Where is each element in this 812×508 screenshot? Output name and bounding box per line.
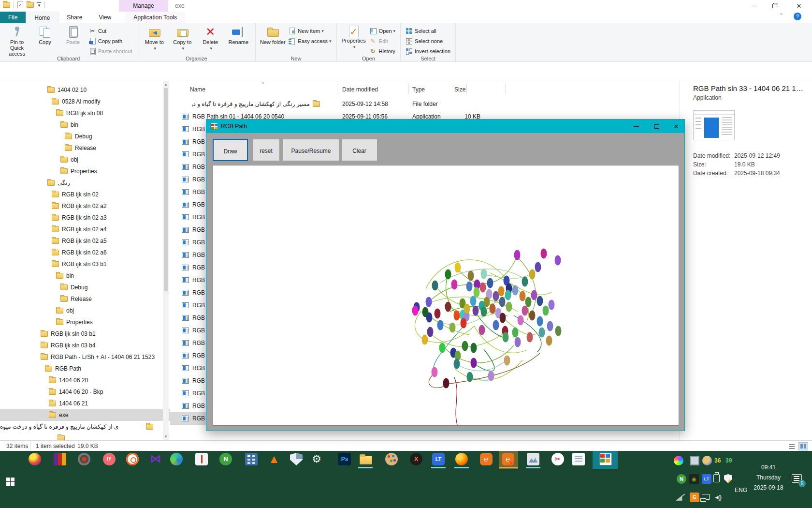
file-row-partially-hidden[interactable]: RGB Path sln bbox=[170, 173, 206, 186]
language-indicator[interactable]: ENG bbox=[735, 487, 747, 493]
tree-item-Debug[interactable]: Debug bbox=[0, 131, 170, 142]
calculator-icon[interactable] bbox=[245, 453, 258, 466]
scrollbar-thumb[interactable] bbox=[164, 88, 168, 291]
file-row-partially-hidden[interactable]: RGB Path sln bbox=[170, 236, 206, 249]
file-row-partially-hidden[interactable]: RGB Path sln bbox=[170, 249, 206, 261]
file-row-partially-hidden[interactable]: RGB Path sln bbox=[170, 349, 206, 362]
tree-item-0528-AI-modify[interactable]: 0528 AI modify bbox=[0, 96, 170, 107]
tab-home[interactable]: Home bbox=[26, 12, 58, 23]
tree-item-Properties[interactable]: Properties bbox=[0, 316, 170, 328]
column-header-size[interactable]: Size bbox=[454, 82, 465, 97]
winrar-icon[interactable] bbox=[54, 453, 67, 466]
defender-warn-icon[interactable] bbox=[724, 474, 732, 483]
file-row-partially-hidden[interactable]: RGB Path sln bbox=[170, 374, 206, 387]
tree-item-bin[interactable]: bin bbox=[0, 270, 170, 282]
pe-app-37-icon[interactable]: ℮.37 bbox=[502, 453, 515, 466]
thumbnail-view-button[interactable] bbox=[798, 442, 808, 450]
rgb-path-titlebar[interactable]: RGB Path ✕ bbox=[206, 120, 684, 133]
photo-viewer-icon[interactable] bbox=[527, 453, 540, 466]
column-header-type[interactable]: Type bbox=[412, 82, 425, 97]
tree-item-RGB-ijk-sln-02-a2[interactable]: RGB ijk sln 02 a2 bbox=[0, 200, 170, 212]
pe-app-icon[interactable]: ℮ bbox=[480, 453, 493, 466]
weather-moon-icon[interactable] bbox=[702, 456, 712, 465]
tab-share[interactable]: Share bbox=[58, 12, 90, 23]
pin-to-quick-access-button[interactable]: Pin to Quick access bbox=[3, 24, 31, 58]
ribbon-collapse-icon[interactable]: ⌃ bbox=[779, 13, 783, 18]
grid-app-icon[interactable] bbox=[690, 456, 699, 465]
tree-item-obj[interactable]: obj bbox=[0, 154, 170, 165]
maps-pin-icon[interactable] bbox=[29, 453, 42, 466]
invert-selection-button[interactable]: Invert selection bbox=[404, 46, 452, 56]
delete-button[interactable]: ✕Delete▾ bbox=[196, 24, 224, 52]
usb-eject-icon[interactable] bbox=[713, 474, 720, 482]
tree-item-RGB-Path[interactable]: RGB Path bbox=[0, 363, 170, 374]
history-button[interactable]: ↻History bbox=[368, 46, 397, 56]
list-view-button[interactable] bbox=[787, 442, 797, 450]
clear-button[interactable]: Clear bbox=[341, 139, 377, 161]
paste-button[interactable]: Paste bbox=[59, 24, 87, 46]
temp-cpu-label[interactable]: 36 bbox=[714, 457, 721, 464]
file-row-partially-hidden[interactable]: RGB Path sln bbox=[170, 148, 206, 161]
photoshop-icon[interactable]: Ps bbox=[338, 453, 351, 466]
paste-shortcut-button[interactable]: Paste shortcut bbox=[87, 46, 134, 56]
firefox-icon[interactable] bbox=[455, 453, 468, 466]
file-row-partially-hidden[interactable]: RGB Path sln bbox=[170, 324, 206, 337]
tree-item-RGB-Path---LrSh-+-AI---1[interactable]: RGB Path - LrSh + AI - 1404 06 21 1523 bbox=[0, 351, 170, 363]
file-row-partially-hidden[interactable]: RGB Path sln bbox=[170, 362, 206, 374]
app-maximize-button[interactable] bbox=[647, 120, 667, 133]
snipping-icon[interactable]: ✂ bbox=[551, 453, 565, 466]
losslesscut-icon[interactable]: LT bbox=[432, 453, 445, 466]
tree-item-obj[interactable]: obj bbox=[0, 305, 170, 316]
file-row-partially-hidden[interactable]: RGB Path sln bbox=[170, 211, 206, 224]
select-all-button[interactable]: Select all bbox=[404, 26, 452, 36]
help-icon[interactable]: ? bbox=[794, 13, 801, 20]
select-none-button[interactable]: Select none bbox=[404, 36, 452, 46]
new-folder-button[interactable]: New folder bbox=[259, 24, 287, 46]
file-row-partially-hidden[interactable]: RGB Path sln bbox=[170, 274, 206, 286]
tree-item-RGB-ijk-sln-03-b1[interactable]: RGB ijk sln 03 b1 bbox=[0, 258, 170, 270]
n-tray-icon[interactable]: N bbox=[677, 474, 686, 484]
column-header-name[interactable]: Name bbox=[190, 82, 205, 97]
file-row-partially-hidden[interactable]: RGB Path sln bbox=[170, 286, 206, 299]
column-header-date-modified[interactable]: Date modified bbox=[342, 82, 378, 97]
copy-path-button[interactable]: Copy path bbox=[87, 36, 134, 46]
tree-scrollbar[interactable]: ▲ ▼ bbox=[163, 81, 169, 440]
file-row-partially-hidden[interactable]: RGB Path sln bbox=[170, 198, 206, 211]
tree-item-1404-06-21[interactable]: 1404 06 21 bbox=[0, 398, 170, 409]
pause-resume-button[interactable]: Pause/Resume bbox=[283, 139, 339, 161]
vlc-icon[interactable]: ▲ bbox=[268, 453, 281, 466]
tree-item-RGB-ijk-sln-02-a3[interactable]: RGB ijk sln 02 a3 bbox=[0, 212, 170, 224]
manage-context-header[interactable]: Manage bbox=[119, 0, 168, 12]
file-row-partially-hidden[interactable]: RGB Path sln bbox=[170, 224, 206, 236]
file-row-partially-hidden[interactable]: RGB Path sln bbox=[170, 186, 206, 198]
open-button[interactable]: Open▾ bbox=[368, 26, 397, 36]
tree-item-RGB-ijk-sln-02[interactable]: RGB ijk sln 02 bbox=[0, 189, 170, 200]
scroll-up-icon[interactable]: ▲ bbox=[163, 82, 169, 88]
visual-studio-icon[interactable]: ⋈ bbox=[149, 453, 162, 466]
qat-check-icon[interactable]: ✓ bbox=[17, 1, 23, 8]
file-explorer-icon[interactable] bbox=[359, 453, 372, 466]
file-row[interactable]: مسیر رنگی از کهکشان مارپیچ و فرفره تا گی… bbox=[170, 98, 678, 110]
tree-item-1404-02-10[interactable]: 1404 02 10 bbox=[0, 84, 170, 96]
settings-gear-icon[interactable]: ⚙ bbox=[310, 453, 323, 466]
tree-item-Debug[interactable]: Debug bbox=[0, 282, 170, 293]
defender-icon[interactable] bbox=[290, 453, 303, 466]
file-row-partially-hidden[interactable]: RGB Path sln bbox=[170, 135, 206, 148]
app-minimize-button[interactable] bbox=[626, 120, 646, 133]
tree-item-ی-از-کهکشان-مارپیچ-و-فرف[interactable]: ی از کهکشان مارپیچ و فرفره تا گیاه و درخ… bbox=[0, 421, 170, 433]
clock[interactable]: 09:41 Thursday 2025-09-18 bbox=[747, 463, 790, 493]
start-button[interactable] bbox=[6, 478, 15, 486]
tree-item-RGB-ijk-sln-03-b1[interactable]: RGB ijk sln 03 b1 bbox=[0, 328, 170, 340]
tree-item-1404-06-20---Bkp[interactable]: 1404 06 20 - Bkp bbox=[0, 386, 170, 398]
close-button[interactable]: ✕ bbox=[791, 0, 807, 12]
reset-button[interactable]: reset bbox=[252, 139, 280, 161]
new-item-button[interactable]: New item▾ bbox=[287, 26, 333, 36]
nvidia-icon[interactable]: ◉ bbox=[689, 474, 699, 484]
volume-icon[interactable]: ◄)) bbox=[712, 493, 722, 502]
clipchamp-icon[interactable] bbox=[674, 456, 683, 465]
xampp-icon[interactable]: X bbox=[410, 453, 423, 466]
screen-recorder-icon[interactable] bbox=[78, 453, 91, 466]
iy-app-icon[interactable]: IY bbox=[103, 453, 116, 466]
copy-button[interactable]: Copy bbox=[31, 24, 59, 46]
tree-item-Release[interactable]: Release bbox=[0, 142, 170, 154]
